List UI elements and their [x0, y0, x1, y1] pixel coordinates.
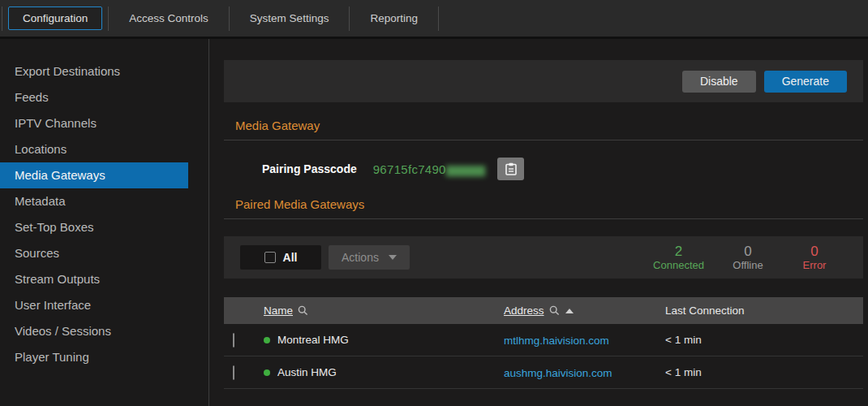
- tab-reporting[interactable]: Reporting: [355, 6, 432, 30]
- sidebar-item-player-tuning[interactable]: Player Tuning: [0, 344, 188, 370]
- sidebar-item-feeds[interactable]: Feeds: [0, 84, 188, 110]
- last-connection-value: < 1 min: [665, 334, 863, 346]
- row-checkbox[interactable]: [233, 333, 234, 348]
- status-connected-dot: [264, 369, 270, 376]
- top-nav-bar: Configuration Access Controls System Set…: [0, 0, 868, 39]
- error-label: Error: [792, 259, 837, 272]
- row-checkbox[interactable]: [233, 365, 234, 380]
- media-gateway-section-title: Media Gateway: [224, 102, 863, 140]
- sidebar-item-media-gateways[interactable]: Media Gateways: [0, 162, 188, 188]
- table-header-row: Name Address: [224, 297, 863, 324]
- error-counter: 0 Error: [792, 244, 837, 272]
- main-content: Disable Generate Media Gateway Pairing P…: [209, 39, 868, 406]
- nav-divider: [2, 6, 2, 31]
- table-row[interactable]: Austin HMG aushmg.haivision.com < 1 min: [224, 356, 863, 389]
- clipboard-icon: [505, 162, 517, 175]
- tab-access-controls[interactable]: Access Controls: [114, 6, 223, 30]
- select-all-button[interactable]: All: [240, 245, 321, 270]
- connected-label: Connected: [653, 259, 704, 272]
- nav-divider: [229, 6, 230, 31]
- nav-divider: [438, 6, 439, 31]
- sidebar-item-iptv-channels[interactable]: IPTV Channels: [0, 110, 188, 136]
- config-sidebar: Export Destinations Feeds IPTV Channels …: [0, 39, 209, 406]
- pairing-passcode-row: Pairing Passcode 96715fc7490███████: [224, 157, 863, 181]
- sidebar-item-stream-outputs[interactable]: Stream Outputs: [0, 266, 188, 292]
- actions-dropdown-label: Actions: [342, 251, 379, 264]
- offline-counter: 0 Offline: [725, 244, 771, 272]
- search-icon[interactable]: [298, 305, 308, 316]
- chevron-down-icon: [389, 255, 397, 260]
- sidebar-item-locations[interactable]: Locations: [0, 136, 188, 162]
- search-icon[interactable]: [549, 305, 560, 316]
- tab-configuration[interactable]: Configuration: [8, 6, 102, 30]
- last-connection-column-header: Last Connection: [665, 304, 863, 317]
- gateway-name: Montreal HMG: [277, 334, 349, 346]
- select-all-label: All: [283, 251, 298, 264]
- paired-gateways-table: Name Address: [224, 297, 863, 389]
- sidebar-item-user-interface[interactable]: User Interface: [0, 292, 188, 318]
- generate-button[interactable]: Generate: [764, 71, 847, 93]
- gateway-list-toolbar: All Actions 2 Connected 0 Offline 0 Erro…: [224, 236, 863, 279]
- actions-dropdown[interactable]: Actions: [329, 245, 410, 270]
- error-count: 0: [792, 244, 837, 259]
- gateway-name: Austin HMG: [277, 366, 337, 378]
- sidebar-item-videos-sessions[interactable]: Videos / Sessions: [0, 318, 188, 344]
- passcode-action-bar: Disable Generate: [224, 60, 863, 102]
- sidebar-item-sources[interactable]: Sources: [0, 240, 188, 266]
- tab-system-settings[interactable]: System Settings: [235, 6, 344, 30]
- pairing-passcode-value: 96715fc7490███████: [373, 162, 485, 176]
- disable-button[interactable]: Disable: [682, 71, 756, 93]
- last-connection-value: < 1 min: [665, 366, 863, 378]
- copy-passcode-button[interactable]: [497, 158, 524, 180]
- gateway-address-link[interactable]: aushmg.haivision.com: [504, 367, 612, 379]
- sidebar-item-set-top-boxes[interactable]: Set-Top Boxes: [0, 214, 188, 240]
- connected-count: 2: [653, 244, 704, 259]
- sidebar-item-metadata[interactable]: Metadata: [0, 188, 188, 214]
- status-counters: 2 Connected 0 Offline 0 Error: [653, 244, 837, 272]
- address-column-header[interactable]: Address: [504, 304, 665, 317]
- gateway-address-link[interactable]: mtlhmg.haivision.com: [504, 335, 609, 347]
- sidebar-item-export-destinations[interactable]: Export Destinations: [0, 58, 188, 84]
- select-all-checkbox[interactable]: [264, 252, 276, 263]
- offline-count: 0: [725, 244, 771, 259]
- paired-gateways-section-title: Paired Media Gateways: [224, 181, 863, 219]
- sort-ascending-icon[interactable]: [565, 309, 574, 313]
- passcode-redacted-blur: ███████: [446, 166, 485, 175]
- pairing-passcode-label: Pairing Passcode: [262, 162, 357, 175]
- table-row[interactable]: Montreal HMG mtlhmg.haivision.com < 1 mi…: [224, 324, 863, 356]
- nav-divider: [108, 6, 109, 31]
- nav-divider: [349, 6, 350, 31]
- status-connected-dot: [264, 337, 270, 343]
- name-column-header[interactable]: Name: [264, 304, 504, 317]
- offline-label: Offline: [725, 259, 771, 272]
- connected-counter: 2 Connected: [653, 244, 704, 272]
